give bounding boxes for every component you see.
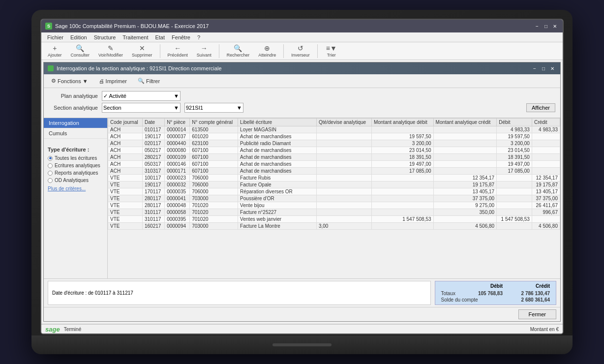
app-icon: S [45, 23, 52, 30]
maximize-button[interactable]: □ [542, 22, 550, 30]
table-row[interactable]: VTE2801170000048701020Vente bijou9 275,0… [108, 202, 560, 209]
dialog-minimize[interactable]: − [531, 64, 539, 72]
table-cell [433, 140, 497, 147]
table-cell: 4 983,33 [532, 126, 560, 133]
table-cell: 0000032 [165, 182, 190, 188]
table-row[interactable]: VTE1602170000094703000Facture La Montre3… [108, 223, 560, 230]
col-credit: Crédit [532, 119, 560, 126]
menu-fenetre[interactable]: Fenêtre [169, 33, 193, 41]
fonctions-button[interactable]: ⚙ Fonctions ▼ [48, 76, 91, 86]
table-row[interactable]: VTE3101170000395701020Ventes web janvier… [108, 216, 560, 223]
radio-toutes[interactable]: Toutes les écritures [48, 155, 103, 161]
title-bar: S Sage 100c Comptabilité Premium - BIJOU… [41, 20, 563, 32]
table-cell: 19 175,87 [532, 182, 560, 188]
table-row[interactable]: ACH0503170000146607100Achat de marchandi… [108, 161, 560, 168]
table-cell: 4 506,80 [433, 223, 497, 230]
ajouter-button[interactable]: + Ajouter [44, 43, 65, 59]
table-cell [316, 202, 371, 209]
table-cell: Facture Rubis [238, 175, 317, 182]
table-row[interactable]: ACH1901170000037601020Achat de marchandi… [108, 133, 560, 140]
table-row[interactable]: ACH3103170000171607100Achat de marchandi… [108, 168, 560, 175]
table-cell: Achat de marchandises [238, 133, 317, 140]
imprimer-button[interactable]: 🖨 Imprimer [95, 77, 130, 86]
table-cell: 1 547 508,53 [371, 216, 433, 223]
table-row[interactable]: ACH0502170000080607100Achat de marchandi… [108, 147, 560, 154]
atteindre-icon: ⊕ [264, 44, 270, 52]
filter-button[interactable]: 🔍 Filtrer [134, 76, 163, 86]
sidebar-item-cumuls[interactable]: Cumuls [44, 128, 107, 139]
table-row[interactable]: VTE2801170000041703000Poussière d'OR37 3… [108, 195, 560, 202]
forward-icon: → [201, 44, 208, 52]
table-cell [433, 126, 497, 133]
trier-button[interactable]: ≡▼ Trier [322, 43, 341, 59]
supprimer-button[interactable]: ✕ Supprimer [128, 43, 156, 59]
table-row[interactable]: ACH2802170000109607100Achat de marchandi… [108, 154, 560, 161]
rechercher-button[interactable]: 🔍 Rechercher [223, 43, 253, 59]
status-right: Montant en € [530, 327, 559, 332]
table-cell [316, 182, 371, 188]
code-chevron-icon: ▼ [237, 105, 242, 111]
close-button[interactable]: ✕ [551, 22, 559, 30]
table-cell [532, 133, 560, 140]
radio-toutes-circle [48, 156, 53, 161]
radio-od[interactable]: OD Analytiques [48, 178, 103, 183]
sidebar-item-interrogation[interactable]: Interrogation [44, 118, 107, 128]
dialog-icon [48, 65, 54, 71]
type-label: Type d'écriture : [48, 147, 103, 152]
table-cell [371, 182, 433, 188]
table-cell [497, 182, 532, 188]
table-cell: 23 014,50 [371, 147, 433, 154]
menu-fichier[interactable]: Fichier [44, 33, 66, 41]
voir-modifier-button[interactable]: ✎ Voir/Modifier [95, 43, 126, 59]
dialog-maximize[interactable]: □ [540, 64, 547, 72]
atteindre-button[interactable]: ⊕ Atteindre [255, 43, 279, 59]
menu-etat[interactable]: Etat [152, 33, 168, 41]
table-cell: 190117 [143, 133, 165, 140]
table-row[interactable]: VTE1001170000023706000Facture Rubis12 35… [108, 175, 560, 182]
table-row[interactable]: VTE1901170000032706000Facture Opale19 17… [108, 182, 560, 188]
table-cell [532, 161, 560, 168]
menu-edition[interactable]: Edition [67, 33, 90, 41]
radio-analytiques[interactable]: Ecritures analytiques [48, 163, 103, 168]
date-range-box: Date d'écriture : de 010117 à 311217 [48, 281, 431, 305]
suivant-button[interactable]: → Suivant [193, 43, 215, 59]
table-cell [371, 175, 433, 182]
main-toolbar: + Ajouter 🔍 Consulter ✎ Voir/Modifier ✕ … [41, 42, 563, 60]
menu-help[interactable]: ? [194, 33, 203, 41]
table-cell [371, 188, 433, 195]
menu-structure[interactable]: Structure [91, 33, 119, 41]
afficher-button[interactable]: Afficher [526, 103, 555, 112]
dialog-close[interactable]: ✕ [548, 64, 556, 72]
table-cell [316, 188, 371, 195]
table-cell: 3 200,00 [497, 140, 532, 147]
table-cell: 4 506,80 [532, 223, 560, 230]
table-row[interactable]: ACH0101170000014613500Loyer MAGASIN4 983… [108, 126, 560, 133]
table-row[interactable]: VTE3101170000058701020Facture n°25227350… [108, 209, 560, 216]
section-row: Section analytique Section ▼ 921SI1 ▼ Af… [49, 103, 555, 113]
table-cell [497, 195, 532, 202]
fermer-button[interactable]: Fermer [518, 309, 556, 319]
menu-traitement[interactable]: Traitement [120, 33, 151, 41]
table-row[interactable]: ACH0201170000440623100Publicité radio Di… [108, 140, 560, 147]
solde-label: Solde du compte [441, 297, 478, 303]
table-cell: 3 200,00 [371, 140, 433, 147]
totaux-row: Totaux 105 768,83 2 786 130,47 [441, 291, 550, 296]
trier-label: Trier [327, 53, 336, 58]
minimize-button[interactable]: − [533, 22, 541, 30]
table-cell: 703000 [190, 195, 238, 202]
table-row[interactable]: VTE1701170000035706000Réparation diverse… [108, 188, 560, 195]
table-cell: ACH [108, 147, 143, 154]
table-scroll[interactable]: Code journal Date N° pièce N° compte gén… [108, 118, 560, 278]
table-cell [433, 147, 497, 154]
radio-reports[interactable]: Reports analytiques [48, 170, 103, 176]
inverseur-button[interactable]: ↺ Inverseur [288, 43, 313, 59]
more-criteria-link[interactable]: Plus de critères... [48, 186, 103, 191]
separator-4 [317, 44, 318, 58]
consulter-button[interactable]: 🔍 Consulter [67, 43, 93, 59]
dialog-controls: − □ ✕ [531, 64, 556, 72]
plan-select[interactable]: ✓ Activité ▼ [102, 91, 181, 101]
table-cell [433, 133, 497, 140]
precedent-button[interactable]: ← Précédent [164, 43, 191, 59]
code-select[interactable]: 921SI1 ▼ [184, 103, 243, 113]
section-select[interactable]: Section ▼ [102, 103, 181, 113]
